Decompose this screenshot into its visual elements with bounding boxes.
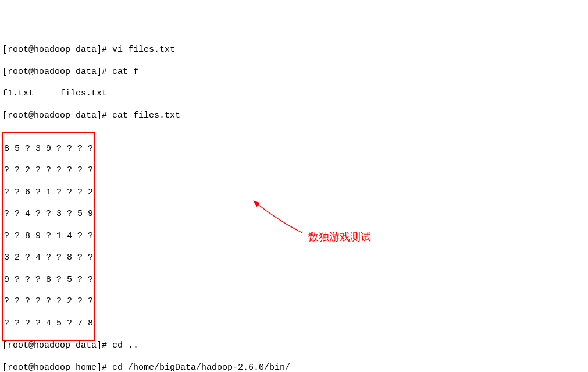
terminal-line: [root@hoadoop data]# cd .. — [2, 341, 586, 352]
command-text: cat f — [112, 67, 138, 77]
puzzle-row: ? ? 2 ? ? ? ? ? ? — [3, 165, 94, 176]
shell-prompt: [root@hoadoop data]# — [2, 111, 112, 121]
puzzle-row: 3 2 ? 4 ? ? 8 ? ? — [3, 253, 94, 264]
terminal-line: [root@hoadoop data]# cat f — [2, 67, 586, 78]
puzzle-row: ? ? ? ? ? ? 2 ? ? — [3, 296, 94, 307]
command-text: cd /home/bigData/hadoop-2.6.0/bin/ — [112, 363, 290, 372]
shell-prompt: [root@hoadoop data]# — [2, 45, 112, 55]
terminal-line: [root@hoadoop home]# cd /home/bigData/ha… — [2, 363, 586, 372]
annotation-arrow — [250, 198, 308, 239]
puzzle-row: ? ? 6 ? 1 ? ? ? 2 — [3, 187, 94, 199]
puzzle-row: ? ? 8 9 ? 1 4 ? ? — [3, 231, 94, 242]
shell-prompt: [root@hoadoop data]# — [2, 67, 112, 77]
command-text: cd .. — [112, 341, 138, 350]
command-text: vi files.txt — [112, 45, 175, 55]
puzzle-grid: 8 5 ? 3 9 ? ? ? ? ? ? 2 ? ? ? ? ? ? ? ? … — [2, 132, 95, 341]
shell-prompt: [root@hoadoop data]# — [2, 341, 112, 350]
puzzle-row: 8 5 ? 3 9 ? ? ? ? — [3, 144, 94, 155]
puzzle-row: ? ? ? ? 4 5 ? 7 8 — [3, 318, 94, 330]
command-text: cat files.txt — [112, 111, 180, 121]
puzzle-row: 9 ? ? ? 8 ? 5 ? ? — [3, 275, 94, 286]
terminal-line: [root@hoadoop data]# vi files.txt — [2, 45, 586, 56]
puzzle-row: ? ? 4 ? ? 3 ? 5 9 — [3, 209, 94, 220]
output-line: f1.txt files.txt — [2, 88, 586, 100]
annotation-label: 数独游戏测试 — [308, 231, 371, 244]
terminal-line: [root@hoadoop data]# cat files.txt — [2, 111, 586, 122]
shell-prompt: [root@hoadoop home]# — [2, 363, 112, 372]
